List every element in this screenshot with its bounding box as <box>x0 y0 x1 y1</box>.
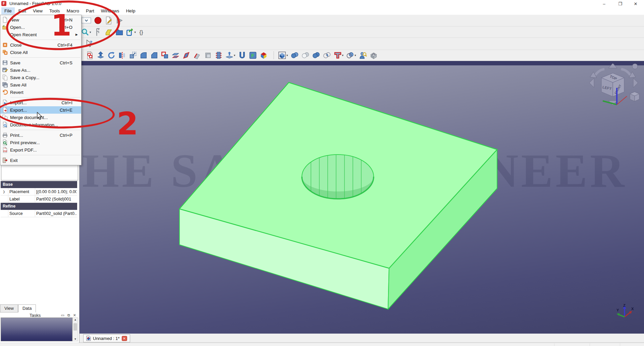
toolbar-button[interactable] <box>214 51 223 60</box>
menu-item-label: Revert <box>10 90 72 95</box>
toolbar-button[interactable] <box>107 51 116 60</box>
property-value[interactable]: Part002 (Solid)001 <box>36 197 76 201</box>
chamfer-icon <box>150 51 158 59</box>
toolbar-button[interactable] <box>85 51 95 60</box>
toolbar-button[interactable] <box>160 51 170 60</box>
model-tree-box[interactable] <box>1 164 78 180</box>
tasks-float-icon[interactable]: ⧉ <box>67 313 70 318</box>
menubar-item[interactable]: File <box>1 7 15 14</box>
file-menu-item[interactable]: Print preview... <box>0 139 81 146</box>
loft-icon <box>172 51 180 59</box>
tasks-panel-body[interactable] <box>1 318 72 341</box>
toolbar-button[interactable] <box>259 51 268 60</box>
toolbar-button[interactable] <box>203 51 213 60</box>
export-link-icon <box>126 28 134 36</box>
property-row[interactable]: Label Part002 (Solid)001 <box>1 195 77 203</box>
menu-separator <box>10 97 80 98</box>
file-menu-item[interactable]: PDF Export PDF... <box>0 146 81 154</box>
mdi-tab-bar: Unnamed : 1* ✕ <box>79 334 644 343</box>
property-group-header[interactable]: Refine <box>1 203 77 210</box>
navcube-up-arrow <box>608 63 617 68</box>
toolbar-button[interactable]: {} <box>138 27 147 37</box>
tasks-minimize-icon[interactable]: ▭ <box>61 313 64 318</box>
toolbar-button[interactable] <box>171 51 180 60</box>
property-row[interactable]: Source Part002_solid (Part0... <box>1 210 77 217</box>
svg-text:Z: Z <box>623 303 626 307</box>
file-menu-item[interactable]: Revert <box>0 89 81 96</box>
navcube-mini-cube <box>630 92 639 101</box>
3d-model-plate-with-hole[interactable] <box>79 61 644 334</box>
tab-close-icon[interactable]: ✕ <box>122 336 127 341</box>
annotation-number-1: 1 <box>51 11 71 40</box>
toolbar-button[interactable]: ▾ <box>225 51 236 60</box>
menubar-item[interactable]: Help <box>123 7 139 14</box>
toolbar-button[interactable] <box>322 51 332 60</box>
menu-item-label: Save As... <box>10 68 72 73</box>
toolbar-button[interactable] <box>139 51 148 60</box>
toolbar-button[interactable] <box>150 51 159 60</box>
dropdown-caret-icon[interactable]: ▾ <box>355 54 356 57</box>
toolbar-button[interactable]: ▾ <box>277 51 289 60</box>
offset-2d-icon <box>225 51 233 59</box>
dropdown-caret-icon[interactable]: ▾ <box>135 31 136 34</box>
property-value[interactable]: [(0.00 0.00 1.00); 0.00... <box>36 189 76 194</box>
expand-arrow-icon[interactable]: ❯ <box>3 190 5 193</box>
file-menu-item[interactable]: Close All <box>0 49 81 56</box>
scroll-up-icon[interactable]: ▲ <box>73 318 78 321</box>
toolbar-button[interactable] <box>96 51 105 60</box>
toolbar-button[interactable]: ▾ <box>125 27 137 37</box>
sketch-icon <box>86 51 94 59</box>
toolbar-button[interactable] <box>128 51 138 60</box>
print-icon <box>2 132 8 138</box>
toolbar-button[interactable] <box>182 51 191 60</box>
toolbar-button[interactable] <box>237 51 247 60</box>
file-menu-item[interactable]: Exit <box>0 157 81 164</box>
menu-item-label: Print preview... <box>10 140 72 145</box>
menu-item-label: Save a Copy... <box>10 75 72 80</box>
primitives-cube-icon <box>278 51 286 59</box>
dropdown-caret-icon[interactable]: ▾ <box>286 54 288 57</box>
compound-icon <box>260 51 268 59</box>
property-group-header[interactable]: Base <box>1 181 77 188</box>
panel-tab[interactable]: Data <box>18 304 36 312</box>
ruled-surface-icon <box>161 51 169 59</box>
scroll-thumb[interactable] <box>73 323 77 331</box>
dropdown-caret-icon[interactable]: ▾ <box>342 54 344 57</box>
document-info-icon <box>2 122 8 128</box>
file-menu-item[interactable]: Print... Ctrl+P <box>0 131 81 139</box>
navigation-cube[interactable]: TOP LEFT FRONT <box>586 62 641 109</box>
toolbar-button[interactable] <box>358 51 368 60</box>
toolbar-button[interactable] <box>117 51 127 60</box>
exit-icon <box>2 157 8 163</box>
scroll-down-icon[interactable]: ▼ <box>73 338 78 341</box>
file-menu-item[interactable]: Save As... <box>0 66 81 74</box>
toolbar-button[interactable] <box>193 51 202 60</box>
dropdown-caret-icon[interactable]: ▾ <box>234 54 235 57</box>
offset-icon <box>204 51 212 59</box>
export-pdf-icon: PDF <box>2 147 8 153</box>
toolbar-button[interactable]: F <box>248 51 258 60</box>
tasks-close-icon[interactable]: ✕ <box>73 313 76 318</box>
toolbar-button[interactable] <box>369 51 378 60</box>
property-row[interactable]: ❯ Placement [(0.00 0.00 1.00); 0.00... <box>1 188 77 195</box>
property-editor: Base ❯ Placement [(0.00 0.00 1.00); 0.00… <box>1 181 77 217</box>
document-tab[interactable]: Unnamed : 1* ✕ <box>83 334 130 342</box>
panel-tab[interactable]: View <box>0 304 18 312</box>
svg-text:{}: {} <box>139 29 143 36</box>
toolbar-button[interactable]: ▾ <box>345 51 357 60</box>
svg-text:PDF: PDF <box>3 150 7 152</box>
sweep-icon <box>182 51 191 59</box>
toolbar-button[interactable] <box>290 51 300 60</box>
file-menu-item[interactable]: Save Ctrl+S <box>0 59 81 66</box>
file-menu-item[interactable]: Save a Copy... <box>0 74 81 81</box>
menu-item-label: Save <box>10 60 60 65</box>
3d-viewport[interactable]: THE SALTY ENGINEER <box>79 61 644 334</box>
tasks-scrollbar[interactable]: ▲ ▼ <box>72 318 78 341</box>
toolbar-button[interactable] <box>312 51 321 60</box>
braces-icon: {} <box>139 28 147 36</box>
property-value[interactable]: Part002_solid (Part0... <box>36 211 76 216</box>
save-all-icon <box>2 82 8 88</box>
toolbar-button[interactable] <box>301 51 310 60</box>
toolbar-button[interactable]: ▾ <box>333 51 344 60</box>
file-menu-item[interactable]: Save All <box>0 81 81 89</box>
